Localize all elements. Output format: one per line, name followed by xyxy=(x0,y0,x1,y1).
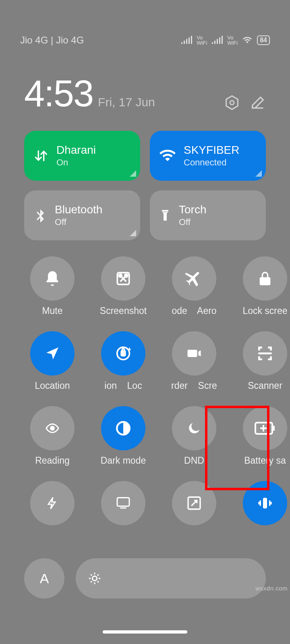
svg-rect-10 xyxy=(117,498,129,506)
svg-rect-9 xyxy=(273,426,275,431)
wifi-status-icon xyxy=(242,36,253,45)
tile-label: Dharani xyxy=(56,144,96,157)
wifi-icon xyxy=(159,148,176,164)
scan-icon xyxy=(256,345,274,362)
torch-icon xyxy=(159,206,172,224)
toggle-location[interactable]: Location xyxy=(28,331,77,392)
airplane-icon xyxy=(184,269,204,288)
toggle-vibrate[interactable] xyxy=(241,481,289,542)
tile-wifi[interactable]: SKYFIBER Connected xyxy=(150,131,266,181)
tile-sub: On xyxy=(56,157,96,168)
svg-point-13 xyxy=(92,576,97,580)
settings-icon[interactable] xyxy=(224,95,240,111)
vowifi-icon: VoWiFi xyxy=(197,35,207,45)
svg-point-3 xyxy=(125,274,128,277)
edit-icon[interactable] xyxy=(250,95,266,111)
contrast-icon xyxy=(115,420,132,437)
signal-icon xyxy=(180,36,193,45)
toggle-scanner[interactable]: Scanner xyxy=(241,331,289,392)
cast-icon xyxy=(114,496,132,510)
bolt-icon xyxy=(46,494,59,512)
battery-plus-icon xyxy=(255,422,276,435)
carrier-text: Jio 4G | Jio 4G xyxy=(20,35,84,46)
moon-icon xyxy=(186,420,202,436)
lock-icon xyxy=(257,270,273,287)
location-icon xyxy=(44,345,60,361)
tile-bluetooth[interactable]: Bluetooth Off xyxy=(24,190,140,240)
battery-icon: 84 xyxy=(257,35,270,45)
tile-label: Torch xyxy=(179,203,206,216)
toggle-airplane[interactable]: ode Aero xyxy=(170,256,218,318)
tile-torch[interactable]: Torch Off xyxy=(150,190,266,240)
toggle-lock-screen[interactable]: Lock scree xyxy=(241,256,289,318)
toggle-floating-window[interactable] xyxy=(170,481,218,542)
tile-sub: Off xyxy=(55,217,102,227)
bell-icon xyxy=(44,270,61,287)
tile-sub: Connected xyxy=(184,157,239,168)
toggle-flash-charge[interactable] xyxy=(28,481,77,542)
rotation-lock-icon xyxy=(114,344,133,363)
tile-mobile-data[interactable]: Dharani On xyxy=(24,131,140,181)
brightness-slider[interactable] xyxy=(76,558,266,599)
brightness-icon xyxy=(88,572,102,585)
tile-sub: Off xyxy=(179,217,206,227)
toggle-rotation-lock[interactable]: ion Loc xyxy=(99,331,147,392)
tile-label: Bluetooth xyxy=(55,203,102,216)
toggle-reading[interactable]: Reading xyxy=(28,406,77,467)
tile-label: SKYFIBER xyxy=(184,144,239,157)
toggle-battery-saver[interactable]: Battery sa xyxy=(241,406,289,467)
status-bar: Jio 4G | Jio 4G VoWiFi VoWiFi 84 xyxy=(0,24,290,56)
time-row: 4:53 Fri, 17 Jun xyxy=(0,72,290,115)
bluetooth-icon xyxy=(33,206,48,224)
video-icon xyxy=(185,346,203,361)
home-indicator[interactable] xyxy=(103,630,187,634)
vowifi-icon-2: VoWiFi xyxy=(227,35,238,45)
scissors-icon xyxy=(114,270,132,287)
auto-brightness-button[interactable]: A xyxy=(24,558,64,599)
toggle-dark-mode[interactable]: Dark mode xyxy=(99,406,147,467)
pip-icon xyxy=(186,495,202,511)
data-arrows-icon xyxy=(33,147,49,165)
toggle-cast[interactable] xyxy=(99,481,147,542)
clock-date: Fri, 17 Jun xyxy=(98,95,155,109)
signal-icon-2 xyxy=(211,36,223,45)
status-right: VoWiFi VoWiFi 84 xyxy=(180,35,270,45)
clock-time: 4:53 xyxy=(24,72,93,115)
svg-point-0 xyxy=(230,101,234,105)
toggle-dnd[interactable]: DND xyxy=(170,406,218,467)
toggle-mute[interactable]: Mute xyxy=(28,256,77,318)
svg-point-6 xyxy=(51,427,54,430)
watermark: wsxdn.com xyxy=(255,585,288,592)
eye-icon xyxy=(43,421,62,436)
toggle-screen-record[interactable]: rder Scre xyxy=(170,331,218,392)
toggle-screenshot[interactable]: Screenshot xyxy=(99,256,147,318)
svg-point-2 xyxy=(119,274,122,277)
svg-rect-5 xyxy=(121,351,125,356)
vibrate-icon xyxy=(255,495,275,511)
svg-rect-12 xyxy=(263,498,267,509)
